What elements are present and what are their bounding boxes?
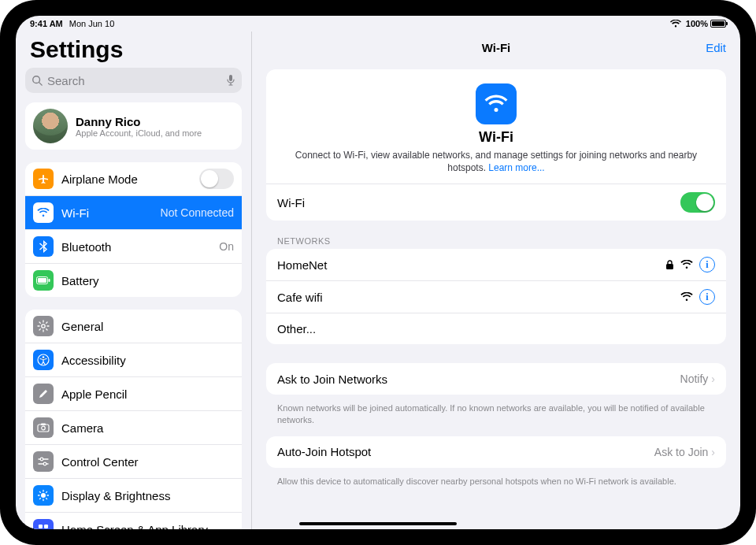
grid-icon [33, 519, 54, 529]
wifi-status: Not Connected [161, 206, 234, 219]
sidebar-label: Airplane Mode [61, 172, 138, 186]
sidebar-label: Camera [61, 421, 103, 435]
hotspot-label: Auto-Join Hotspot [277, 445, 371, 458]
sidebar-label: Apple Pencil [61, 387, 127, 401]
sidebar-item-pencil[interactable]: Apple Pencil [25, 376, 242, 410]
accessibility-icon [33, 350, 54, 370]
network-name: HomeNet [277, 258, 327, 272]
wifi-hero-icon [476, 83, 517, 124]
wifi-signal-icon [680, 260, 693, 269]
avatar [33, 109, 68, 143]
page-title: Settings [30, 36, 242, 63]
sliders-icon [33, 451, 54, 472]
wifi-toggle-row[interactable]: Wi-Fi [266, 184, 726, 221]
wifi-toggle[interactable] [680, 192, 715, 213]
edit-button[interactable]: Edit [706, 41, 726, 54]
wifi-hero-card: Wi-Fi Connect to Wi-Fi, view available n… [266, 69, 726, 221]
gear-icon [33, 316, 54, 336]
svg-point-6 [42, 324, 45, 328]
hotspot-footer: Allow this device to automatically disco… [266, 473, 726, 498]
chevron-right-icon: › [711, 373, 715, 385]
airplane-toggle[interactable] [199, 169, 234, 189]
auto-hotspot-group: Auto-Join Hotspot Ask to Join › [266, 436, 726, 468]
sidebar-label: Display & Brightness [61, 489, 170, 502]
sidebar-label: Accessibility [61, 354, 126, 367]
sidebar-item-display[interactable]: Display & Brightness [25, 478, 242, 512]
networks-header: Networks [277, 236, 726, 246]
auto-join-hotspot-row[interactable]: Auto-Join Hotspot Ask to Join › [266, 436, 726, 468]
svg-rect-2 [229, 75, 232, 81]
camera-icon [33, 417, 54, 438]
wifi-icon [670, 20, 681, 28]
sidebar-item-airplane[interactable]: Airplane Mode [25, 162, 242, 195]
hero-title: Wi-Fi [290, 129, 702, 146]
ask-join-group: Ask to Join Networks Notify › [266, 363, 726, 395]
sidebar-label: General [61, 320, 103, 333]
info-icon[interactable]: i [699, 289, 715, 305]
battery-percent: 100% [686, 19, 708, 28]
sidebar-item-bluetooth[interactable]: Bluetooth On [25, 229, 242, 263]
svg-rect-11 [41, 424, 46, 426]
network-name: Cafe wifi [277, 291, 323, 304]
brightness-icon [33, 485, 54, 506]
svg-point-10 [42, 426, 46, 430]
sidebar-item-camera[interactable]: Camera [25, 410, 242, 444]
sidebar-item-homescreen[interactable]: Home Screen & App Library [25, 512, 242, 529]
info-icon[interactable]: i [699, 257, 715, 272]
other-label: Other... [277, 322, 316, 336]
sidebar-item-wifi[interactable]: Wi-Fi Not Connected [25, 195, 242, 229]
networks-group: HomeNet i [266, 249, 726, 344]
status-date: Mon Jun 10 [69, 19, 114, 28]
svg-rect-15 [39, 525, 43, 528]
airplane-icon [33, 169, 54, 189]
svg-rect-9 [38, 425, 49, 432]
chevron-right-icon: › [711, 446, 715, 458]
search-field[interactable]: Search [25, 68, 242, 93]
sidebar-label: Battery [61, 274, 99, 287]
network-row[interactable]: HomeNet i [266, 249, 726, 280]
account-subtitle: Apple Account, iCloud, and more [76, 128, 202, 138]
network-row[interactable]: Cafe wifi i [266, 280, 726, 313]
mic-icon[interactable] [226, 74, 235, 87]
detail-navbar: Wi-Fi Edit [252, 32, 740, 63]
status-bar: 9:41 AM Mon Jun 10 100% [16, 16, 740, 32]
ask-to-join-row[interactable]: Ask to Join Networks Notify › [266, 363, 726, 395]
pencil-icon [33, 384, 54, 404]
svg-point-8 [43, 356, 45, 358]
sidebar-label: Control Center [61, 455, 139, 469]
sidebar-group-general: General Accessibility Apple Pencil [25, 310, 242, 529]
ask-join-label: Ask to Join Networks [277, 373, 387, 386]
sidebar-item-control-center[interactable]: Control Center [25, 444, 242, 478]
sidebar-label: Home Screen & App Library [61, 523, 208, 530]
detail-title: Wi-Fi [482, 41, 511, 54]
search-placeholder: Search [47, 74, 85, 87]
sidebar-label: Wi-Fi [61, 206, 89, 220]
sidebar-group-connectivity: Airplane Mode Wi-Fi Not Connected [25, 162, 242, 297]
other-network-row[interactable]: Other... [266, 313, 726, 344]
svg-rect-16 [44, 525, 48, 528]
wifi-signal-icon [680, 292, 693, 302]
sidebar-item-general[interactable]: General [25, 310, 242, 343]
svg-rect-5 [49, 279, 50, 282]
account-name: Danny Rico [76, 115, 202, 128]
battery-indicator: 100% [686, 19, 726, 28]
detail-pane: Wi-Fi Edit Wi-Fi Connect to Wi-Fi, view … [252, 32, 740, 529]
sidebar-item-accessibility[interactable]: Accessibility [25, 343, 242, 376]
ipad-frame: 9:41 AM Mon Jun 10 100% Settings [0, 0, 756, 545]
search-icon [32, 75, 43, 86]
sidebar-item-battery[interactable]: Battery [25, 263, 242, 297]
learn-more-link[interactable]: Learn more... [488, 162, 544, 173]
svg-point-13 [43, 462, 46, 465]
svg-rect-4 [38, 278, 46, 283]
svg-point-14 [41, 493, 46, 498]
account-card[interactable]: Danny Rico Apple Account, iCloud, and mo… [25, 102, 242, 150]
home-indicator[interactable] [299, 522, 457, 525]
lock-icon [665, 260, 674, 270]
svg-point-12 [40, 458, 43, 461]
hotspot-value: Ask to Join [654, 446, 708, 458]
ask-join-value: Notify [680, 373, 709, 385]
status-time: 9:41 AM [30, 19, 63, 28]
bluetooth-status: On [219, 240, 234, 253]
wifi-toggle-label: Wi-Fi [277, 196, 305, 209]
settings-sidebar: Settings Search Danny Rico [16, 32, 252, 529]
